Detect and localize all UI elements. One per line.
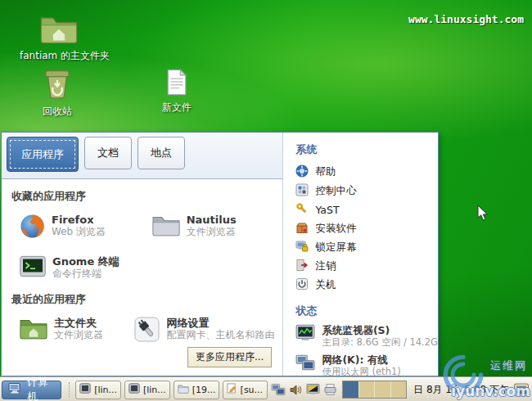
computer-menu-button[interactable]: 计算机 bbox=[2, 381, 61, 399]
taskbar: 计算机 [lin... [lin... [19... [su... bbox=[0, 377, 532, 401]
workspace-switcher bbox=[342, 381, 407, 399]
tab-places[interactable]: 地点 bbox=[138, 137, 185, 169]
terminal-window-icon bbox=[128, 383, 140, 396]
desktop-icon-label: 回收站 bbox=[18, 105, 97, 119]
app-item-home-folder[interactable]: 主文件夹 文件浏览器 bbox=[10, 317, 124, 345]
system-item-help[interactable]: 帮助 bbox=[295, 163, 438, 182]
computer-button-label: 计算机 bbox=[27, 375, 51, 401]
window-button-label: [lin... bbox=[143, 385, 166, 395]
app-item-firefox[interactable]: Firefox Web 浏览器 bbox=[10, 214, 142, 242]
control-center-icon bbox=[295, 183, 309, 199]
mouse-cursor-icon bbox=[477, 205, 489, 225]
system-item-shutdown[interactable]: 关机 bbox=[295, 276, 438, 295]
workspace-2[interactable] bbox=[359, 381, 375, 398]
system-item-label: 控制中心 bbox=[315, 184, 356, 198]
folder-window-icon bbox=[178, 384, 189, 396]
status-item-title: 系统监视器(S) bbox=[322, 324, 438, 336]
terminal-icon bbox=[20, 255, 46, 281]
clock[interactable]: 日 8月 15, 5:08 下午 bbox=[413, 383, 509, 397]
status-item-system-monitor[interactable]: 系统监视器(S) 主目录: 8.6G 空闲 / 14.2G bbox=[295, 324, 438, 348]
tab-applications[interactable]: 应用程序 bbox=[7, 137, 79, 172]
app-subtitle: 文件浏览器 bbox=[54, 329, 103, 341]
editor-window-icon bbox=[227, 383, 237, 396]
workspace-3[interactable] bbox=[375, 381, 390, 398]
app-title: 主文件夹 bbox=[54, 317, 103, 329]
system-item-logout[interactable]: 注销 bbox=[295, 257, 438, 276]
desktop-icon-trash[interactable]: 回收站 bbox=[18, 67, 97, 119]
recent-grid: 主文件夹 文件浏览器 bbox=[10, 317, 274, 345]
app-subtitle: Web 浏览器 bbox=[52, 226, 106, 238]
system-monitor-icon bbox=[295, 324, 315, 348]
window-button-label: [lin... bbox=[94, 385, 117, 395]
app-item-gnome-terminal[interactable]: Gnome 终端 命令行终端 bbox=[10, 255, 142, 281]
status-section-title: 状态 bbox=[295, 304, 438, 318]
printer-tray-icon[interactable] bbox=[322, 382, 337, 397]
window-button-1[interactable]: [lin... bbox=[75, 381, 121, 399]
volume-tray-icon[interactable] bbox=[288, 382, 303, 397]
system-tray bbox=[271, 382, 337, 397]
nautilus-folder-icon bbox=[152, 214, 180, 240]
home-folder-icon bbox=[40, 13, 78, 47]
yast-icon bbox=[295, 202, 309, 218]
install-software-icon bbox=[295, 221, 309, 237]
app-subtitle: 文件浏览器 bbox=[187, 226, 237, 238]
system-item-install-software[interactable]: 安装软件 bbox=[295, 219, 438, 238]
system-item-label: 帮助 bbox=[315, 165, 336, 179]
system-item-control-center[interactable]: 控制中心 bbox=[295, 182, 438, 200]
terminal-window-icon bbox=[79, 383, 91, 396]
help-icon bbox=[295, 164, 309, 180]
more-applications-button[interactable]: 更多应用程序... bbox=[187, 347, 272, 367]
tab-documents[interactable]: 文档 bbox=[84, 137, 132, 169]
favorites-section-title: 收藏的应用程序 bbox=[11, 189, 274, 204]
app-subtitle: 配置网卡、主机名和路由 bbox=[166, 329, 274, 341]
workspace-4[interactable] bbox=[391, 381, 406, 398]
network-tray-icon[interactable] bbox=[271, 382, 286, 397]
menu-tab-strip: 应用程序 文档 地点 bbox=[2, 133, 282, 179]
status-item-network[interactable]: 网络(K): 有线 使用以太网 (eth1) bbox=[295, 354, 438, 377]
window-button-4[interactable]: [su... bbox=[223, 381, 268, 399]
system-item-label: 锁定屏幕 bbox=[315, 241, 356, 255]
app-title: Nautilus bbox=[187, 214, 237, 226]
desktop-icon-home[interactable]: fantiam 的主文件夹 bbox=[20, 13, 98, 63]
watermark-site-name: 运维网 bbox=[490, 358, 527, 373]
window-button-3[interactable]: [19... bbox=[174, 381, 219, 399]
window-button-label: [su... bbox=[241, 385, 263, 395]
system-item-label: 安装软件 bbox=[315, 222, 356, 236]
trash-icon bbox=[41, 67, 74, 103]
status-item-subtitle: 主目录: 8.6G 空闲 / 14.2G bbox=[322, 336, 438, 348]
desktop-icon-label: fantiam 的主文件夹 bbox=[20, 49, 98, 63]
desktop-icon-new-file[interactable]: 新文件 bbox=[144, 69, 210, 115]
desktop-url-text: www.linuxsight.com bbox=[408, 13, 524, 25]
network-settings-icon bbox=[134, 317, 160, 345]
show-desktop-icon[interactable] bbox=[513, 383, 530, 397]
application-menu-panel: 应用程序 文档 地点 收藏的应用程序 bbox=[1, 132, 439, 376]
app-title: Gnome 终端 bbox=[52, 255, 119, 268]
system-section-title: 系统 bbox=[295, 142, 438, 157]
menu-content: 收藏的应用程序 bbox=[2, 179, 282, 376]
system-item-label: YaST bbox=[315, 204, 339, 216]
workspace-1[interactable] bbox=[343, 381, 358, 398]
app-item-network-settings[interactable]: 网络设置 配置网卡、主机名和路由 bbox=[124, 317, 274, 345]
taskbar-separator bbox=[69, 382, 72, 397]
app-title: 网络设置 bbox=[166, 317, 274, 329]
app-title: Firefox bbox=[52, 214, 106, 226]
system-item-label: 注销 bbox=[315, 259, 336, 273]
app-item-nautilus[interactable]: Nautilus 文件浏览器 bbox=[142, 214, 275, 242]
home-folder-icon bbox=[20, 317, 47, 343]
window-button-label: [19... bbox=[192, 385, 216, 395]
display-tray-icon[interactable] bbox=[305, 382, 320, 397]
lock-screen-icon bbox=[295, 240, 309, 255]
favorites-grid: Firefox Web 浏览器 Nautilus bbox=[10, 214, 274, 281]
firefox-icon bbox=[20, 214, 45, 242]
status-item-subtitle: 使用以太网 (eth1) bbox=[322, 366, 400, 377]
system-item-lock-screen[interactable]: 锁定屏幕 bbox=[295, 238, 438, 257]
shutdown-icon bbox=[295, 277, 309, 293]
menu-left-column: 应用程序 文档 地点 收藏的应用程序 bbox=[2, 133, 283, 376]
computer-icon bbox=[8, 382, 21, 397]
desktop: www.linuxsight.com fantiam 的主文件夹 回 bbox=[0, 0, 532, 401]
window-button-2[interactable]: [lin... bbox=[124, 381, 170, 399]
desktop-icon-label: 新文件 bbox=[144, 101, 210, 115]
network-status-icon bbox=[295, 354, 315, 377]
app-subtitle: 命令行终端 bbox=[52, 268, 119, 280]
system-item-yast[interactable]: YaST bbox=[295, 200, 438, 219]
